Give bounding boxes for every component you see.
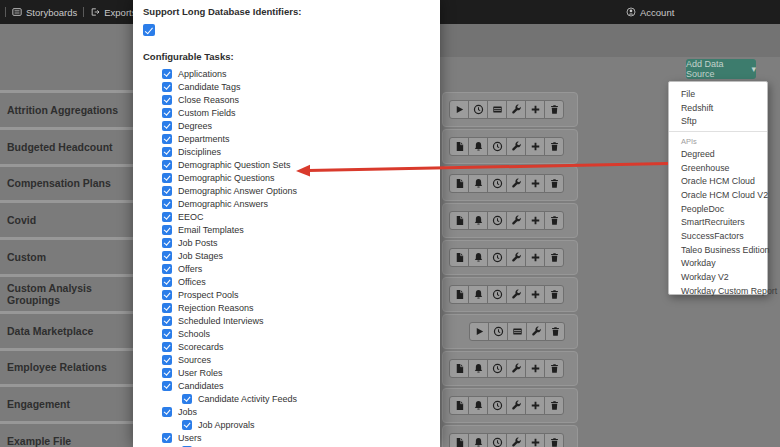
task-checkbox[interactable]: [162, 186, 172, 196]
task-checkbox[interactable]: [162, 199, 172, 209]
menu-item[interactable]: Oracle HCM Cloud: [669, 174, 767, 188]
task-checkbox[interactable]: [162, 82, 172, 92]
bell-button[interactable]: [468, 433, 488, 447]
menu-item[interactable]: PeopleDoc: [669, 202, 767, 216]
file-button[interactable]: [449, 433, 469, 447]
nav-exports[interactable]: Exports: [90, 7, 136, 18]
task-checkbox[interactable]: [162, 433, 172, 443]
menu-item[interactable]: Workday Custom Report: [669, 284, 767, 298]
plus-button[interactable]: [525, 137, 545, 156]
clock-button[interactable]: [468, 100, 488, 119]
wrench-button[interactable]: [506, 433, 526, 447]
bell-button[interactable]: [468, 285, 488, 304]
task-checkbox[interactable]: [162, 277, 172, 287]
sidebar-item[interactable]: Covid: [0, 200, 133, 237]
trash-button[interactable]: [544, 359, 564, 378]
bell-button[interactable]: [468, 174, 488, 193]
plus-button[interactable]: [525, 211, 545, 230]
bell-button[interactable]: [468, 396, 488, 415]
sidebar-item[interactable]: Custom Analysis Groupings: [0, 274, 133, 311]
trash-button[interactable]: [544, 211, 564, 230]
task-checkbox[interactable]: [162, 160, 172, 170]
task-checkbox[interactable]: [182, 394, 192, 404]
plus-button[interactable]: [525, 100, 545, 119]
clock-button[interactable]: [487, 396, 507, 415]
menu-item[interactable]: Taleo Business Edition: [669, 243, 767, 257]
task-checkbox[interactable]: [162, 95, 172, 105]
clock-button[interactable]: [487, 285, 507, 304]
trash-button[interactable]: [544, 137, 564, 156]
task-checkbox[interactable]: [162, 303, 172, 313]
plus-button[interactable]: [525, 359, 545, 378]
task-checkbox[interactable]: [162, 329, 172, 339]
wrench-button[interactable]: [506, 137, 526, 156]
clock-button[interactable]: [487, 137, 507, 156]
clock-button[interactable]: [487, 359, 507, 378]
task-checkbox[interactable]: [162, 173, 172, 183]
menu-item[interactable]: SuccessFactors: [669, 229, 767, 243]
wrench-button[interactable]: [526, 322, 546, 341]
task-checkbox[interactable]: [162, 69, 172, 79]
clock-button[interactable]: [487, 211, 507, 230]
bell-button[interactable]: [468, 248, 488, 267]
task-checkbox[interactable]: [162, 251, 172, 261]
task-checkbox[interactable]: [182, 420, 192, 430]
trash-button[interactable]: [544, 174, 564, 193]
sidebar-item[interactable]: Attrition Aggregations: [0, 90, 133, 127]
task-checkbox[interactable]: [162, 238, 172, 248]
file-button[interactable]: [449, 285, 469, 304]
wrench-button[interactable]: [506, 359, 526, 378]
nav-account[interactable]: Account: [626, 0, 674, 24]
menu-item[interactable]: Workday V2: [669, 270, 767, 284]
menu-item[interactable]: SmartRecruiters: [669, 216, 767, 230]
task-checkbox[interactable]: [162, 355, 172, 365]
menu-item[interactable]: Oracle HCM Cloud V2: [669, 188, 767, 202]
plus-button[interactable]: [525, 174, 545, 193]
sidebar-item[interactable]: Example File: [0, 421, 133, 447]
file-button[interactable]: [449, 248, 469, 267]
add-data-source-button[interactable]: Add Data Source ▾: [686, 59, 756, 79]
clock-button[interactable]: [488, 322, 508, 341]
task-checkbox[interactable]: [162, 342, 172, 352]
task-checkbox[interactable]: [162, 134, 172, 144]
menu-item[interactable]: Degreed: [669, 147, 767, 161]
menu-item[interactable]: File: [669, 87, 767, 101]
file-button[interactable]: [449, 359, 469, 378]
trash-button[interactable]: [544, 100, 564, 119]
task-checkbox[interactable]: [162, 316, 172, 326]
task-checkbox[interactable]: [162, 108, 172, 118]
menu-item[interactable]: Redshift: [669, 101, 767, 115]
table-button[interactable]: [507, 322, 527, 341]
trash-button[interactable]: [544, 285, 564, 304]
trash-button[interactable]: [544, 433, 564, 447]
wrench-button[interactable]: [506, 174, 526, 193]
task-checkbox[interactable]: [162, 225, 172, 235]
sidebar-item[interactable]: Custom: [0, 237, 133, 274]
task-checkbox[interactable]: [162, 147, 172, 157]
task-checkbox[interactable]: [162, 290, 172, 300]
play-button[interactable]: [449, 100, 469, 119]
wrench-button[interactable]: [506, 211, 526, 230]
clock-button[interactable]: [487, 433, 507, 447]
sidebar-item[interactable]: Employee Relations: [0, 348, 133, 385]
file-button[interactable]: [449, 174, 469, 193]
file-button[interactable]: [449, 211, 469, 230]
table-button[interactable]: [487, 100, 507, 119]
task-checkbox[interactable]: [162, 368, 172, 378]
sidebar-item[interactable]: Data Marketplace: [0, 311, 133, 348]
menu-item[interactable]: Sftp: [669, 114, 767, 128]
file-button[interactable]: [449, 137, 469, 156]
wrench-button[interactable]: [506, 396, 526, 415]
clock-button[interactable]: [487, 248, 507, 267]
bell-button[interactable]: [468, 137, 488, 156]
bell-button[interactable]: [468, 211, 488, 230]
plus-button[interactable]: [525, 285, 545, 304]
task-checkbox[interactable]: [162, 381, 172, 391]
task-checkbox[interactable]: [162, 407, 172, 417]
sidebar-item[interactable]: Compensation Plans: [0, 164, 133, 201]
sidebar-item[interactable]: Engagement: [0, 384, 133, 421]
play-button[interactable]: [469, 322, 489, 341]
trash-button[interactable]: [544, 396, 564, 415]
trash-button[interactable]: [545, 322, 565, 341]
menu-item[interactable]: Workday: [669, 257, 767, 271]
